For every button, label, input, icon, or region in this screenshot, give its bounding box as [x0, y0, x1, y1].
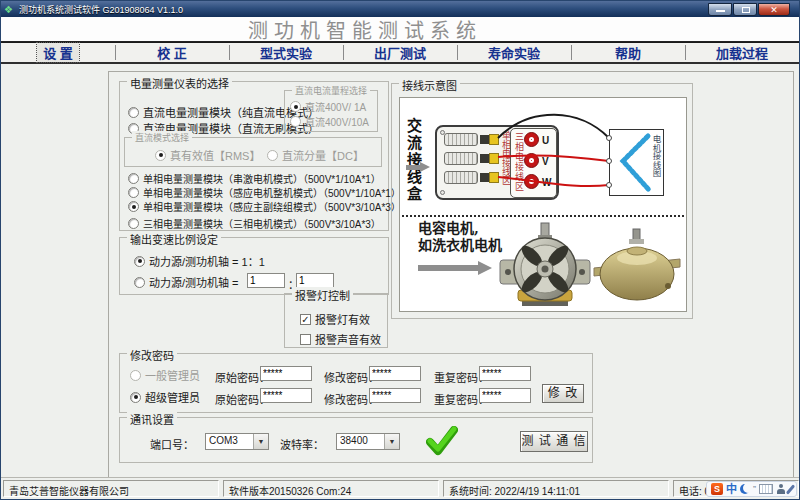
radio-circle-icon	[134, 256, 145, 267]
tab-factory-test[interactable]: 出厂测试	[343, 43, 457, 62]
close-icon[interactable]: ✕	[758, 3, 790, 16]
tab-help[interactable]: 帮助	[571, 43, 685, 62]
terminal-row	[444, 171, 499, 184]
radio-dc-400v-1a: 直流400V/ 1A	[290, 99, 366, 114]
ac-junction-box-label: 交流接线盒	[403, 118, 424, 203]
radio-true-rms: 真有效值【RMS】	[155, 147, 260, 163]
port-select[interactable]: COM3 ▼	[205, 433, 269, 450]
radio-circle-icon	[155, 150, 166, 161]
checkbox-icon	[300, 334, 311, 345]
comm-group-title: 通讯设置	[127, 411, 177, 427]
ime-toolbar: S 中 ”	[706, 481, 797, 497]
chinese-mode-icon[interactable]: 中	[726, 483, 737, 495]
chevron-down-icon[interactable]: ▼	[384, 434, 399, 449]
modify-button[interactable]: 修 改	[542, 384, 584, 403]
ratio-value1-input[interactable]	[247, 273, 285, 288]
radio-ratio-fixed[interactable]: 动力源/测功机轴 = 1：1	[134, 253, 265, 269]
terminal-u-label: U	[542, 135, 549, 146]
radio-single-induction-winding[interactable]: 单相电量测量模块（感应主副绕组模式）（500V*3/10A*3）	[128, 199, 401, 214]
tab-calibration[interactable]: 校 正	[115, 43, 229, 62]
radio-circle-icon	[290, 116, 301, 127]
port-label: 端口号：	[150, 436, 194, 452]
wiring-diagram: 交流接线盒 单相电接线区 三相电接线区 U V	[399, 97, 687, 312]
green-check-icon	[426, 426, 458, 456]
radio-circle-icon	[134, 277, 145, 288]
motor-diagram-label: 电机接线图	[650, 135, 662, 193]
radio-dc-component: 直流分量【DC】	[267, 147, 364, 163]
comm-group: 通讯设置 端口号： COM3 ▼ 波特率： 38400 ▼ 测 试 通 信	[119, 417, 593, 463]
meter-group-title: 电量测量仪表的选择	[127, 75, 232, 91]
terminal-u-icon	[524, 132, 539, 147]
radio-single-induction-whole[interactable]: 单相电量测量模块（感应电机整机模式）（500V*1/10A*1）	[128, 185, 401, 200]
capacitor-motor-caption: 电容电机, 如洗衣机电机	[418, 220, 502, 254]
alarm-group-title: 报警灯控制	[292, 287, 353, 303]
junction-box: 单相电接线区 三相电接线区 U V W	[435, 125, 559, 200]
terminal-w-icon	[524, 174, 539, 189]
terminal-row	[444, 133, 499, 146]
terminal-w-label: W	[542, 177, 551, 188]
washing-motor-side-image	[592, 228, 682, 306]
app-window: ❖ 测功机系统测试软件 G201908064 V1.1.0 ✕ 测功机智能测试系…	[0, 0, 800, 500]
radio-single-series-motor[interactable]: 单相电量测量模块（串激电机模式）（500V*1/10A*1）	[128, 171, 381, 186]
tab-load-process[interactable]: 加载过程	[685, 43, 799, 62]
meter-select-group: 电量测量仪表的选择 直流电量测量模块（纯直流电模式） 直流电量测量模块（直流无刷…	[119, 81, 389, 231]
terminal-v-icon	[524, 153, 539, 168]
terminal-v-label: V	[542, 156, 549, 167]
dc-mode-group: 直流模式选择 真有效值【RMS】 直流分量【DC】	[124, 137, 382, 167]
tab-settings[interactable]: 设 置	[1, 43, 115, 62]
radio-circle-icon	[130, 370, 141, 381]
wrench-icon[interactable]	[786, 484, 795, 494]
new-password-input[interactable]	[369, 388, 421, 403]
dc-range-group: 直流电流量程选择 直流400V/ 1A 直流400V/10A	[284, 90, 378, 132]
radio-circle-icon	[290, 101, 301, 112]
arrow-right-icon	[406, 162, 430, 173]
keyboard-icon[interactable]	[759, 484, 773, 494]
repeat-password-input[interactable]	[479, 366, 531, 381]
tab-life-test[interactable]: 寿命实验	[457, 43, 571, 62]
dashed-divider	[402, 215, 684, 217]
maximize-icon[interactable]	[733, 3, 757, 16]
minimize-icon[interactable]	[708, 3, 732, 16]
ratio-group-title: 输出变速比例设定	[127, 231, 221, 247]
status-company: 青岛艾普智能仪器有限公司	[3, 480, 219, 497]
status-bar: 青岛艾普智能仪器有限公司 软件版本20150326 Com:24 系统时间: 2…	[1, 477, 799, 499]
sogou-icon[interactable]: S	[711, 483, 723, 495]
wiring-group: 接线示意图 交流接线盒 单相电接线区 三相电接线区 U	[391, 83, 693, 319]
chevron-down-icon[interactable]: ▼	[253, 434, 268, 449]
radio-circle-icon	[128, 107, 139, 118]
status-system-time: 系统时间: 2022/4/19 14:11:01	[443, 480, 669, 497]
checkbox-alarm-sound[interactable]: 报警声音有效	[300, 331, 381, 347]
radio-circle-icon	[128, 173, 139, 184]
status-version: 软件版本20150326 Com:24	[223, 480, 439, 497]
radio-dc-400v-10a: 直流400V/10A	[290, 114, 369, 129]
three-phase-box: 三相电接线区 U V W	[510, 128, 557, 198]
radio-three-phase-motor[interactable]: 三相电量测量模块（三相电机模式）（500V*3/10A*3）	[128, 216, 381, 231]
radio-normal-admin: 一般管理员	[130, 367, 200, 383]
checkbox-alarm-light[interactable]: ✓ 报警灯有效	[300, 311, 370, 327]
baud-label: 波特率：	[280, 436, 324, 452]
moon-icon[interactable]	[740, 484, 750, 494]
person-icon[interactable]	[776, 484, 786, 494]
terminal-row	[444, 152, 499, 165]
radio-ratio-custom[interactable]: 动力源/测功机轴 =	[134, 274, 239, 290]
wiring-group-title: 接线示意图	[399, 77, 460, 93]
tab-bar: 设 置 校 正 型式实验 出厂测试 寿命实验 帮助 加载过程	[1, 42, 799, 64]
orig-password-input[interactable]	[260, 388, 312, 403]
ratio-value2-input[interactable]	[296, 273, 334, 288]
page-title: 测功机智能测试系统	[248, 15, 482, 44]
motor-wiring-box: 电机接线图	[609, 129, 664, 196]
test-comm-button[interactable]: 测 试 通 信	[520, 431, 588, 452]
repeat-password-input[interactable]	[479, 388, 531, 403]
window-controls: ✕	[708, 3, 790, 16]
radio-circle-icon	[128, 187, 139, 198]
punctuation-icon[interactable]: ”	[753, 484, 756, 494]
app-gem-icon: ❖	[4, 4, 15, 15]
baud-select[interactable]: 38400 ▼	[336, 433, 400, 450]
radio-super-admin[interactable]: 超级管理员	[130, 389, 200, 405]
password-group-title: 修改密码	[127, 347, 177, 363]
orig-password-input[interactable]	[260, 366, 312, 381]
radio-circle-icon	[267, 150, 278, 161]
tab-type-test[interactable]: 型式实验	[229, 43, 343, 62]
new-password-input[interactable]	[369, 366, 421, 381]
password-group: 修改密码 一般管理员 原始密码： 修改密码： 重复密码： 超级管理员 原始密码：…	[119, 353, 593, 413]
